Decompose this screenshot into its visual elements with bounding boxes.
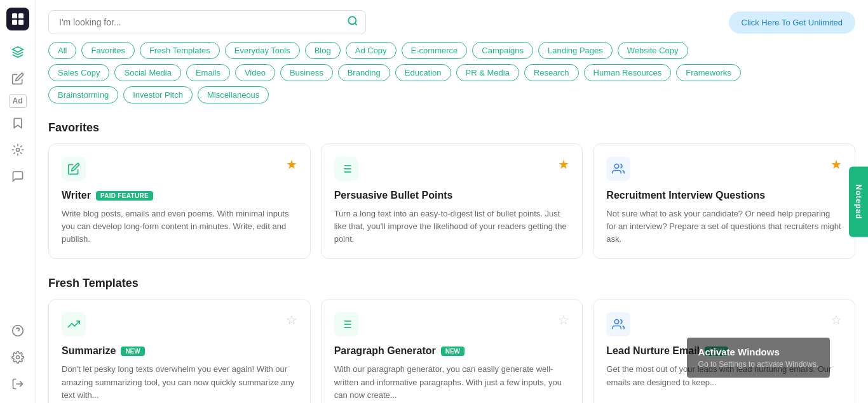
card-title-row: Summarize NEW (62, 345, 297, 357)
favorite-star-recruitment[interactable]: ★ (831, 157, 842, 172)
new-badge-lead-nurture: NEW (705, 347, 728, 356)
filter-chip-all[interactable]: All (48, 42, 76, 59)
fresh-templates-section-title: Fresh Templates (48, 277, 855, 290)
edit-icon[interactable] (6, 67, 29, 90)
filter-chip-sales-copy[interactable]: Sales Copy (48, 64, 109, 81)
filter-chip-investor-pitch[interactable]: Investor Pitch (123, 86, 193, 103)
writer-icon (62, 157, 86, 181)
filter-chip-pr-media[interactable]: PR & Media (456, 64, 519, 81)
favorite-star-writer[interactable]: ★ (286, 157, 297, 172)
filter-chip-branding[interactable]: Branding (338, 64, 390, 81)
search-icon (347, 15, 358, 29)
filter-row-2: Sales Copy Social Media Emails Video Bus… (48, 64, 855, 81)
card-summarize[interactable]: ☆ Summarize NEW Don't let pesky long tex… (48, 299, 311, 403)
svg-rect-2 (12, 20, 17, 25)
svg-rect-0 (12, 13, 17, 18)
header: Click Here To Get Unlimited (36, 0, 868, 39)
favorites-section-title: Favorites (48, 121, 855, 135)
filter-chip-everyday-tools[interactable]: Everyday Tools (225, 42, 300, 59)
ad-icon[interactable]: Ad (9, 94, 27, 108)
card-title-row: Persuasive Bullet Points (334, 190, 570, 201)
filter-chip-business[interactable]: Business (280, 64, 333, 81)
logo[interactable] (6, 8, 29, 30)
notepad-tab[interactable]: Notepad (849, 166, 868, 237)
favorite-star-paragraph[interactable]: ☆ (558, 312, 569, 327)
card-writer[interactable]: ★ Writer PAID FEATURE Write blog posts, … (48, 143, 311, 259)
layers-icon[interactable] (6, 41, 29, 63)
filter-chip-research[interactable]: Research (524, 64, 579, 81)
paid-badge-writer: PAID FEATURE (96, 191, 153, 201)
card-top: ★ (62, 157, 297, 181)
card-desc-bullet-points: Turn a long text into an easy-to-digest … (334, 208, 570, 246)
help-icon[interactable] (6, 319, 29, 342)
card-title-recruitment: Recruitment Interview Questions (606, 190, 765, 201)
new-badge-paragraph: NEW (441, 347, 465, 356)
svg-point-6 (16, 356, 19, 359)
content-area: Favorites ★ Writer PAID FEATURE Write bl… (36, 114, 868, 403)
svg-point-15 (614, 164, 619, 169)
filter-chip-ecommerce[interactable]: E-commerce (402, 42, 468, 59)
filter-chip-social-media[interactable]: Social Media (114, 64, 180, 81)
card-title-lead-nurture: Lead Nurture Email (606, 345, 700, 357)
svg-rect-3 (18, 20, 24, 25)
settings-icon[interactable] (6, 346, 29, 369)
card-title-row: Recruitment Interview Questions (606, 190, 842, 201)
fresh-templates-cards-grid: ☆ Summarize NEW Don't let pesky long tex… (48, 299, 855, 403)
favorite-star-lead-nurture[interactable]: ☆ (831, 312, 842, 327)
card-top: ☆ (606, 312, 842, 336)
filter-chip-favorites[interactable]: Favorites (81, 42, 134, 59)
bullet-points-icon (334, 157, 358, 181)
bookmark-icon[interactable] (6, 112, 29, 135)
new-badge-summarize: NEW (121, 347, 144, 356)
sidebar: Ad (0, 0, 36, 403)
recruitment-icon (606, 157, 630, 181)
filter-chip-miscellaneous[interactable]: Miscellaneous (198, 86, 269, 103)
lead-nurture-icon (606, 312, 630, 336)
card-lead-nurture-email[interactable]: ☆ Lead Nurture Email NEW Get the most ou… (593, 299, 855, 403)
filter-chip-fresh-templates[interactable]: Fresh Templates (140, 42, 220, 59)
logout-icon[interactable] (6, 373, 29, 395)
notepad-wrapper: Notepad (849, 166, 868, 237)
card-title-row: Writer PAID FEATURE (62, 190, 297, 201)
summarize-icon (62, 312, 86, 336)
card-desc-recruitment: Not sure what to ask your candidate? Or … (606, 208, 842, 246)
favorite-star-bullet-points[interactable]: ★ (558, 157, 569, 172)
svg-rect-1 (18, 13, 24, 18)
card-top: ☆ (334, 312, 570, 336)
filter-chip-campaigns[interactable]: Campaigns (472, 42, 533, 59)
card-desc-paragraph: With our paragraph generator, you can ea… (334, 363, 570, 401)
paragraph-icon (334, 312, 358, 336)
favorite-star-summarize[interactable]: ☆ (286, 312, 297, 327)
card-title-paragraph: Paragraph Generator (334, 345, 436, 357)
card-top: ★ (606, 157, 842, 181)
filter-chip-ad-copy[interactable]: Ad Copy (346, 42, 397, 59)
search-bar (48, 10, 366, 34)
favorites-cards-grid: ★ Writer PAID FEATURE Write blog posts, … (48, 143, 855, 259)
filter-chip-blog[interactable]: Blog (305, 42, 341, 59)
card-recruitment-interview[interactable]: ★ Recruitment Interview Questions Not su… (593, 143, 855, 259)
card-paragraph-generator[interactable]: ☆ Paragraph Generator NEW With our parag… (321, 299, 583, 403)
filter-chip-website-copy[interactable]: Website Copy (618, 42, 688, 59)
card-desc-lead-nurture: Get the most out of your leads with lead… (606, 363, 842, 388)
card-title-row: Lead Nurture Email NEW (606, 345, 842, 357)
card-title-summarize: Summarize (62, 345, 116, 357)
filter-chip-video[interactable]: Video (235, 64, 275, 81)
filter-chip-landing-pages[interactable]: Landing Pages (538, 42, 613, 59)
filter-row-1: All Favorites Fresh Templates Everyday T… (48, 42, 855, 59)
chat-icon[interactable] (6, 165, 29, 188)
filter-chip-education[interactable]: Education (395, 64, 451, 81)
filter-chip-human-resources[interactable]: Human Resources (584, 64, 672, 81)
card-desc-writer: Write blog posts, emails and even poems.… (62, 208, 297, 246)
card-title-bullet-points: Persuasive Bullet Points (334, 190, 453, 201)
filter-chip-brainstorming[interactable]: Brainstorming (48, 86, 118, 103)
card-title-writer: Writer (62, 190, 91, 201)
card-top: ☆ (62, 312, 297, 336)
main-content: Click Here To Get Unlimited All Favorite… (36, 0, 868, 403)
search-input[interactable] (48, 10, 366, 34)
card-top: ★ (334, 157, 570, 181)
filter-chip-frameworks[interactable]: Frameworks (676, 64, 741, 81)
card-persuasive-bullet-points[interactable]: ★ Persuasive Bullet Points Turn a long t… (321, 143, 583, 259)
filter-chip-emails[interactable]: Emails (186, 64, 230, 81)
plugin-icon[interactable] (6, 138, 29, 161)
unlimited-button[interactable]: Click Here To Get Unlimited (729, 11, 855, 34)
